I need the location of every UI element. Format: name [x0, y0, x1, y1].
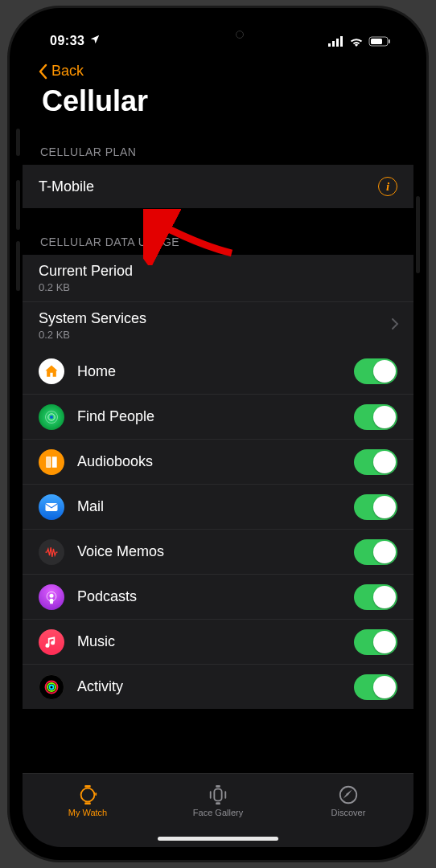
- app-row-music[interactable]: Music: [23, 619, 413, 664]
- svg-point-17: [81, 788, 95, 802]
- svg-rect-22: [216, 785, 220, 788]
- app-label: Find People: [77, 408, 154, 425]
- app-row-home[interactable]: Home: [23, 349, 413, 394]
- svg-rect-1: [332, 41, 335, 47]
- svg-rect-20: [95, 792, 97, 796]
- tab-face-gallery[interactable]: Face Gallery: [153, 774, 283, 828]
- system-services-label: System Services: [39, 310, 146, 327]
- toggle-audio[interactable]: [354, 449, 397, 475]
- app-label: Audiobooks: [77, 453, 153, 470]
- back-button[interactable]: Back: [37, 63, 84, 80]
- svg-rect-5: [371, 39, 382, 44]
- battery-icon: [368, 36, 391, 47]
- back-label: Back: [51, 63, 84, 80]
- location-icon: [89, 34, 101, 48]
- music-icon: [39, 629, 64, 655]
- app-label: Mail: [77, 498, 104, 515]
- system-services-row[interactable]: System Services 0.2 KB: [23, 301, 413, 349]
- vol-down: [16, 241, 20, 291]
- toggle-act[interactable]: [354, 674, 397, 700]
- wifi-icon: [349, 36, 364, 47]
- page-title: Cellular: [42, 84, 399, 118]
- svg-rect-3: [340, 36, 343, 47]
- svg-rect-10: [47, 457, 50, 467]
- svg-point-12: [50, 593, 54, 597]
- app-label: Home: [77, 363, 116, 380]
- voice-icon: [39, 539, 64, 565]
- cell-signal-icon: [328, 36, 344, 47]
- app-row-find[interactable]: Find People: [23, 394, 413, 439]
- app-row-voice[interactable]: Voice Memos: [23, 529, 413, 574]
- pod-icon: [39, 584, 64, 610]
- tab-my-watch-label: My Watch: [68, 808, 108, 817]
- watch-icon: [76, 784, 99, 805]
- tab-face-gallery-label: Face Gallery: [193, 808, 243, 817]
- face-gallery-icon: [207, 784, 229, 805]
- app-label: Voice Memos: [77, 543, 164, 560]
- status-time: 09:33: [50, 34, 84, 48]
- notch: [138, 21, 298, 45]
- vol-up: [16, 180, 20, 230]
- toggle-pod[interactable]: [354, 584, 397, 610]
- svg-rect-2: [336, 39, 339, 47]
- app-list: HomeFind PeopleAudiobooksMailVoice Memos…: [23, 349, 413, 709]
- svg-rect-19: [84, 802, 90, 805]
- app-label: Podcasts: [77, 588, 137, 605]
- svg-rect-6: [389, 39, 390, 43]
- svg-point-15: [47, 683, 56, 691]
- home-icon: [39, 358, 64, 384]
- app-row-act[interactable]: Activity: [23, 664, 413, 709]
- power-button: [416, 196, 420, 273]
- current-period-label: Current Period: [39, 263, 133, 280]
- compass-icon: [337, 784, 360, 805]
- app-label: Activity: [77, 678, 123, 695]
- content: CELLULAR PLAN T-Mobile i CELLULAR DATA U…: [23, 121, 413, 773]
- app-row-pod[interactable]: Podcasts: [23, 574, 413, 619]
- chevron-left-icon: [37, 63, 48, 80]
- tab-discover[interactable]: Discover: [283, 774, 413, 828]
- app-row-audio[interactable]: Audiobooks: [23, 439, 413, 484]
- svg-point-9: [50, 415, 53, 418]
- system-services-value: 0.2 KB: [39, 329, 70, 341]
- screen: 09:33 Back: [23, 21, 413, 847]
- find-icon: [39, 404, 64, 430]
- plan-name: T-Mobile: [39, 178, 94, 195]
- toggle-voice[interactable]: [354, 539, 397, 565]
- phone-frame: 09:33 Back: [10, 8, 426, 860]
- tab-discover-label: Discover: [331, 808, 366, 817]
- current-period-row[interactable]: Current Period 0.2 KB: [23, 255, 413, 301]
- audio-icon: [39, 449, 64, 475]
- app-row-mail[interactable]: Mail: [23, 484, 413, 529]
- toggle-home[interactable]: [354, 358, 397, 384]
- svg-rect-23: [216, 802, 220, 805]
- home-indicator[interactable]: [158, 837, 278, 841]
- app-label: Music: [77, 633, 115, 650]
- svg-rect-21: [214, 789, 221, 801]
- tab-my-watch[interactable]: My Watch: [23, 774, 153, 828]
- act-icon: [39, 674, 64, 700]
- current-period-value: 0.2 KB: [39, 281, 70, 293]
- toggle-music[interactable]: [354, 629, 397, 655]
- nav-header: Back Cellular: [23, 61, 413, 121]
- section-header-usage: CELLULAR DATA USAGE: [23, 208, 413, 255]
- mail-icon: [39, 494, 64, 520]
- svg-rect-11: [46, 503, 58, 511]
- plan-row[interactable]: T-Mobile i: [23, 165, 413, 208]
- mute-switch: [16, 129, 20, 156]
- svg-point-16: [50, 685, 54, 689]
- svg-rect-18: [84, 785, 90, 788]
- svg-rect-0: [328, 43, 331, 47]
- toggle-mail[interactable]: [354, 494, 397, 520]
- toggle-find[interactable]: [354, 404, 397, 430]
- section-header-plan: CELLULAR PLAN: [23, 121, 413, 165]
- info-icon[interactable]: i: [378, 177, 397, 196]
- chevron-right-icon: [391, 317, 399, 334]
